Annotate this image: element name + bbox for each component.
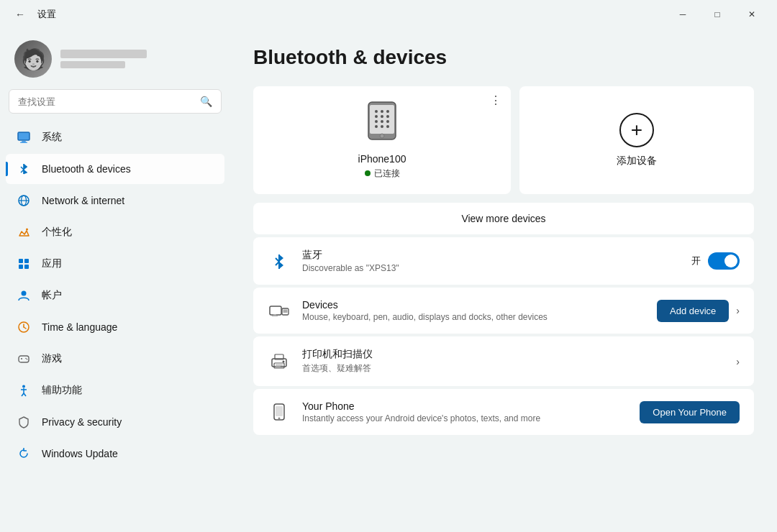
devices-chevron-icon: ›	[736, 305, 740, 316]
sidebar-item-time[interactable]: Time & language	[6, 312, 224, 342]
svg-point-18	[25, 358, 27, 359]
app-body: 🧑 🔍 系统	[0, 29, 777, 532]
window-controls: ─ □ ✕	[666, 3, 768, 26]
avatar-image: 🧑	[14, 40, 52, 78]
svg-point-19	[27, 359, 28, 360]
user-name	[60, 50, 147, 58]
sidebar-item-personalization[interactable]: 个性化	[6, 217, 224, 247]
update-label: Windows Update	[42, 448, 118, 459]
system-label: 系统	[42, 131, 62, 144]
svg-point-29	[386, 110, 389, 113]
device-cards-row: ⋮	[253, 86, 754, 194]
svg-point-36	[375, 125, 378, 128]
sidebar: 🧑 🔍 系统	[0, 29, 230, 532]
user-email	[60, 61, 125, 68]
svg-rect-2	[20, 142, 27, 144]
svg-point-32	[386, 115, 389, 118]
sidebar-item-apps[interactable]: 应用	[6, 249, 224, 279]
system-icon	[16, 129, 32, 145]
privacy-label: Privacy & security	[42, 416, 122, 428]
printers-row[interactable]: 打印机和扫描仪 首选项、疑难解答 ›	[253, 336, 754, 386]
bluetooth-row-container: 蓝牙 Discoverable as "XPS13" 开	[253, 237, 754, 285]
devices-row[interactable]: Devices Mouse, keyboard, pen, audio, dis…	[253, 288, 754, 334]
svg-rect-43	[270, 306, 281, 315]
yourphone-row[interactable]: Your Phone Instantly access your Android…	[253, 389, 754, 435]
printers-row-subtitle: 首选项、疑难解答	[302, 362, 724, 375]
bluetooth-row[interactable]: 蓝牙 Discoverable as "XPS13" 开	[253, 237, 754, 285]
device-name: iPhone100	[358, 153, 406, 165]
main-content: Bluetooth & devices ⋮	[230, 29, 777, 532]
svg-point-53	[283, 360, 285, 362]
svg-line-24	[24, 393, 26, 396]
add-device-label: 添加设备	[617, 155, 657, 168]
sidebar-item-update[interactable]: Windows Update	[6, 439, 224, 469]
sidebar-item-privacy[interactable]: Privacy & security	[6, 407, 224, 437]
svg-rect-10	[24, 265, 29, 269]
yourphone-row-text: Your Phone Instantly access your Android…	[302, 400, 628, 423]
svg-point-37	[381, 125, 383, 128]
maximize-button[interactable]: □	[701, 3, 734, 26]
time-label: Time & language	[42, 321, 117, 333]
user-info	[60, 50, 147, 68]
add-circle-icon: +	[619, 113, 654, 147]
close-button[interactable]: ✕	[735, 3, 768, 26]
device-card-iphone[interactable]: ⋮	[253, 86, 511, 194]
time-icon	[16, 319, 32, 335]
devices-row-icon	[268, 299, 291, 322]
apps-icon	[16, 256, 32, 272]
title-bar-left: ← 设置	[12, 6, 56, 23]
app-title: 设置	[37, 8, 56, 21]
nav-list: 系统 Bluetooth & devices	[6, 122, 224, 469]
sidebar-item-accounts[interactable]: 帐户	[6, 280, 224, 311]
printers-row-title: 打印机和扫描仪	[302, 348, 724, 361]
sidebar-item-accessibility[interactable]: 辅助功能	[6, 375, 224, 405]
view-more-label: View more devices	[461, 213, 545, 224]
add-device-card[interactable]: + 添加设备	[519, 86, 754, 194]
svg-point-20	[22, 385, 25, 388]
svg-rect-7	[19, 259, 23, 263]
svg-point-39	[380, 134, 384, 138]
svg-rect-0	[18, 132, 29, 140]
svg-point-56	[278, 418, 281, 420]
svg-rect-47	[272, 316, 278, 317]
user-section[interactable]: 🧑	[6, 29, 224, 89]
minimize-button[interactable]: ─	[666, 3, 699, 26]
gaming-icon	[16, 351, 32, 367]
bluetooth-row-subtitle: Discoverable as "XPS13"	[302, 263, 680, 273]
page-title: Bluetooth & devices	[253, 46, 754, 69]
add-device-button[interactable]: Add device	[657, 300, 729, 322]
update-icon	[16, 446, 32, 462]
svg-point-31	[381, 115, 383, 118]
back-button[interactable]: ←	[12, 6, 29, 23]
toggle-on-label: 开	[691, 254, 701, 267]
sidebar-item-bluetooth[interactable]: Bluetooth & devices	[6, 154, 224, 184]
svg-rect-51	[276, 364, 283, 366]
svg-point-28	[381, 110, 383, 113]
svg-rect-8	[24, 259, 29, 263]
search-input[interactable]	[18, 96, 194, 107]
svg-point-38	[386, 125, 389, 128]
view-more-row[interactable]: View more devices	[253, 203, 754, 234]
printers-row-icon	[268, 350, 291, 373]
svg-point-6	[26, 229, 28, 231]
device-menu-button[interactable]: ⋮	[490, 95, 502, 106]
open-your-phone-button[interactable]: Open Your Phone	[640, 401, 740, 423]
devices-row-text: Devices Mouse, keyboard, pen, audio, dis…	[302, 299, 645, 322]
svg-rect-52	[276, 366, 281, 367]
bluetooth-toggle[interactable]	[708, 252, 740, 270]
sidebar-item-system[interactable]: 系统	[6, 122, 224, 152]
svg-rect-26	[370, 105, 394, 134]
title-bar: ← 设置 ─ □ ✕	[0, 0, 777, 29]
bluetooth-label: Bluetooth & devices	[42, 163, 131, 175]
accessibility-icon	[16, 382, 32, 398]
device-icon-iphone	[366, 101, 398, 147]
sidebar-item-gaming[interactable]: 游戏	[6, 344, 224, 374]
yourphone-row-right: Open Your Phone	[640, 401, 740, 423]
apps-label: 应用	[42, 257, 62, 270]
search-box[interactable]: 🔍	[9, 89, 222, 114]
sidebar-item-network[interactable]: Network & internet	[6, 185, 224, 216]
accounts-label: 帐户	[42, 289, 62, 302]
device-status: 已连接	[365, 168, 400, 180]
gaming-label: 游戏	[42, 352, 62, 365]
status-text: 已连接	[374, 168, 400, 180]
